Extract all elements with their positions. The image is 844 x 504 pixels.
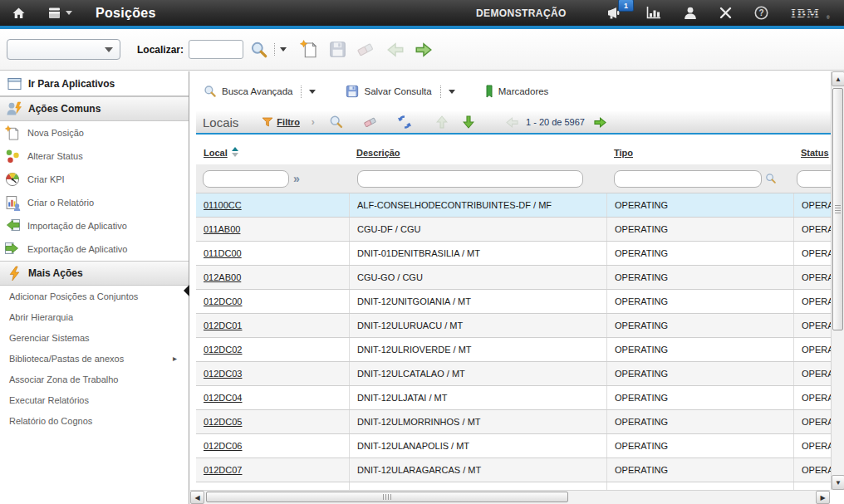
pagination: 1 - 20 de 5967: [505, 116, 607, 129]
sidebar-item-executar-relatorios[interactable]: Executar Relatórios: [0, 389, 189, 410]
marcadores-button[interactable]: Marcadores: [485, 85, 549, 98]
search-icon[interactable]: [250, 41, 268, 59]
table-row[interactable]: 012DC07DNIT-12ULARAGARCAS / MTOPERATINGO…: [196, 458, 831, 482]
local-link[interactable]: 012DC00: [204, 296, 242, 306]
local-link[interactable]: 011DC00: [204, 248, 242, 258]
table-row[interactable]: 01100CCALF-CONSELHODECONTRIBUINTES-DF / …: [196, 193, 831, 218]
scroll-left-button[interactable]: ◀: [190, 491, 204, 504]
filter-cell-tipo: [606, 170, 793, 188]
table-row[interactable]: 012DC06DNIT-12ULANAPOLIS / MTOPERATINGOP…: [196, 434, 831, 458]
filter-label[interactable]: Filtro: [277, 117, 300, 127]
column-header-status[interactable]: Status: [793, 135, 831, 164]
next-icon[interactable]: [414, 42, 434, 58]
busca-avancada-button[interactable]: Busca Avançada: [204, 85, 316, 98]
table-row[interactable]: 012DC02DNIT-12ULRIOVERDE / MTOPERATINGOP…: [196, 338, 831, 362]
logout-close-icon[interactable]: [719, 7, 732, 19]
table-row[interactable]: 011DC00DNIT-01DENITBRASILIA / MTOPERATIN…: [196, 242, 831, 266]
help-icon[interactable]: ?: [754, 6, 768, 20]
tipo-filter-input[interactable]: [614, 170, 762, 188]
save-icon[interactable]: [329, 41, 346, 58]
sidebar-item-biblioteca-pastas-de-anexos[interactable]: Biblioteca/Pastas de anexos▸: [0, 348, 189, 369]
horizontal-scrollbar[interactable]: ◀ ▶: [190, 490, 830, 504]
chevron-down-icon[interactable]: [309, 90, 316, 94]
reports-chart-icon[interactable]: [646, 7, 661, 19]
status-filter-input[interactable]: [797, 170, 831, 188]
sidebar-item-exportacao-de-aplicativo[interactable]: Exportação de Aplicativo: [0, 237, 189, 261]
refresh-icon[interactable]: [397, 115, 412, 130]
sort-indicator-icon[interactable]: [232, 147, 238, 157]
vertical-scrollbar[interactable]: ▲ ▼: [831, 71, 844, 490]
next-page-icon[interactable]: [593, 116, 607, 129]
salvar-consulta-button[interactable]: Salvar Consulta: [346, 85, 454, 98]
select-value-icon[interactable]: [765, 173, 777, 184]
profile-icon[interactable]: [684, 7, 697, 19]
chevron-down-icon[interactable]: [449, 90, 455, 94]
table-row[interactable]: 012DC04DNIT-12ULJATAI / MTOPERATINGOPERA…: [196, 386, 831, 410]
filter-toggle[interactable]: Filtro: [262, 117, 300, 127]
announcements-icon[interactable]: 1: [607, 7, 624, 19]
search-options-caret[interactable]: [280, 47, 287, 51]
sidebar-collapse-handle[interactable]: [184, 285, 189, 296]
table-row[interactable]: 012DC01DNIT-12ULURUACU / MTOPERATINGOPER…: [196, 314, 831, 338]
sidebar-section-common-actions[interactable]: Ações Comuns: [0, 96, 189, 121]
local-link[interactable]: 012AB00: [204, 272, 241, 282]
local-link[interactable]: 01100CC: [204, 200, 242, 210]
home-icon[interactable]: [12, 7, 26, 20]
cell-descricao: DNIT-01DENITBRASILIA / MT: [349, 242, 606, 265]
expand-chevron-icon[interactable]: ›: [312, 116, 315, 128]
sidebar-item-alterar-status[interactable]: Alterar Status: [0, 144, 189, 168]
clear-icon[interactable]: [356, 40, 375, 59]
sidebar-item-criar-kpi[interactable]: Criar KPI: [0, 168, 189, 191]
previous-icon[interactable]: [385, 42, 405, 58]
local-link[interactable]: 012DC03: [204, 369, 242, 379]
local-link[interactable]: 012DC07: [204, 465, 242, 475]
sidebar-section-go-to-applications[interactable]: Ir Para Aplicativos: [0, 71, 189, 96]
goto-select[interactable]: [7, 39, 120, 60]
horizontal-scrollbar-thumb[interactable]: [206, 492, 568, 502]
local-filter-input[interactable]: [203, 170, 289, 188]
scroll-right-button[interactable]: ▶: [816, 491, 830, 504]
cell-descricao: CGU-DF / CGU: [349, 218, 606, 241]
vertical-scrollbar-thumb[interactable]: [832, 88, 843, 330]
table-row[interactable]: 012DC05DNIT-12ULMORRINHOS / MTOPERATINGO…: [196, 410, 831, 434]
local-link[interactable]: 012DC06: [204, 441, 242, 451]
scroll-up-button[interactable]: ▲: [832, 71, 844, 86]
cell-local: 012DC06: [196, 434, 349, 458]
sidebar-section-more-actions[interactable]: Mais Ações: [0, 261, 189, 286]
local-link[interactable]: 011AB00: [204, 224, 240, 234]
column-header-descricao[interactable]: Descrição: [349, 135, 606, 164]
table-row[interactable]: 012DC03DNIT-12ULCATALAO / MTOPERATINGOPE…: [196, 362, 831, 386]
table-row[interactable]: 012DC00DNIT-12UNITGOIANIA / MTOPERATINGO…: [196, 290, 831, 314]
local-link[interactable]: 012DC02: [204, 345, 242, 355]
sidebar-item-importacao-de-aplicativo[interactable]: Importação de Aplicativo: [0, 214, 189, 237]
table-row[interactable]: 011AB00CGU-DF / CGUOPERATINGOPERATING: [196, 218, 831, 242]
descricao-filter-input[interactable]: [357, 170, 583, 188]
search-icon[interactable]: [329, 115, 344, 130]
clear-icon[interactable]: [362, 115, 379, 130]
column-header-tipo[interactable]: Tipo: [606, 135, 793, 164]
sidebar-item-associar-zona-de-trabalho[interactable]: Associar Zona de Trabalho: [0, 369, 189, 389]
sidebar-item-gerenciar-sistemas[interactable]: Gerenciar Sistemas: [0, 327, 189, 348]
previous-page-icon[interactable]: [505, 116, 519, 129]
sidebar-item-nova-posicao[interactable]: Nova Posição: [0, 121, 189, 144]
sidebar-item-abrir-hierarquia[interactable]: Abrir Hierarquia: [0, 306, 189, 327]
local-link[interactable]: 012DC04: [204, 393, 242, 403]
local-link[interactable]: 012DC01: [204, 321, 242, 330]
goto-applications-icon[interactable]: [47, 7, 72, 20]
column-header-local[interactable]: Local: [196, 135, 349, 164]
list-header-bar: Locais Filtro › 1 - 20 de 5967: [196, 111, 831, 135]
expand-filter-icon[interactable]: »: [293, 172, 300, 185]
previous-row-icon[interactable]: [435, 115, 449, 130]
sidebar-item-relatorio-do-cognos[interactable]: Relatório do Cognos: [0, 410, 189, 431]
table-row[interactable]: 012AB00CGU-GO / CGUOPERATINGOPERATING: [196, 266, 831, 290]
sidebar-item-criar-o-relatorio[interactable]: Criar o Relatório: [0, 191, 189, 214]
cell-local: 012DC05: [196, 410, 349, 433]
new-record-icon[interactable]: [300, 40, 319, 59]
sidebar-section-label: Ir Para Aplicativos: [28, 78, 115, 90]
sidebar-item-adicionar-posicoes-a-conjuntos[interactable]: Adicionar Posições a Conjuntos: [0, 286, 189, 306]
localizar-input[interactable]: [189, 40, 243, 59]
scroll-down-button[interactable]: ▼: [832, 475, 844, 490]
sidebar-item-label: Gerenciar Sistemas: [9, 333, 90, 343]
local-link[interactable]: 012DC05: [204, 417, 242, 427]
next-row-icon[interactable]: [462, 115, 475, 130]
